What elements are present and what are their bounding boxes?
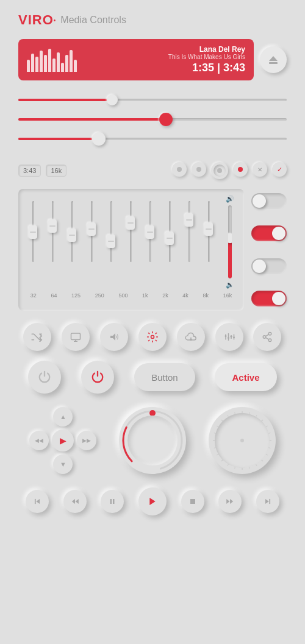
cast-button[interactable] xyxy=(62,323,90,351)
fader-knob[interactable] xyxy=(87,222,96,236)
tuner-knob[interactable] xyxy=(209,407,276,474)
slider-3-thumb[interactable] xyxy=(92,132,106,146)
eq-bar xyxy=(48,49,51,72)
slider-3-row xyxy=(18,133,287,145)
settings-button[interactable] xyxy=(138,323,167,351)
svg-marker-47 xyxy=(36,499,40,504)
slider-2-track[interactable] xyxy=(18,118,287,121)
fader-knob[interactable] xyxy=(29,225,37,239)
faders-container xyxy=(23,195,218,268)
active-button[interactable]: Active xyxy=(215,363,276,391)
svg-point-11 xyxy=(228,337,229,339)
toggles-column xyxy=(251,189,287,311)
fader-track[interactable] xyxy=(149,201,151,262)
toggle-4-thumb xyxy=(272,292,285,305)
fader-track[interactable] xyxy=(130,201,132,262)
fader-knob[interactable] xyxy=(146,225,154,239)
dpad-right-button[interactable]: ▶▶ xyxy=(77,431,96,450)
skip-forward-button[interactable] xyxy=(256,490,279,513)
cast-icon xyxy=(70,332,81,342)
pause-button[interactable] xyxy=(101,490,124,513)
dpad-play-icon: ▶ xyxy=(60,436,66,445)
eq-label-8k: 8k xyxy=(203,292,209,299)
share-button[interactable] xyxy=(253,323,281,351)
rewind-button[interactable] xyxy=(63,490,87,513)
dpad-left-button[interactable]: ◀◀ xyxy=(29,431,49,450)
fader-track[interactable] xyxy=(208,201,210,262)
fader-knob[interactable] xyxy=(107,235,115,248)
slider-3-track[interactable] xyxy=(18,138,287,140)
fader-track[interactable] xyxy=(110,201,112,262)
tuner-knob-inner xyxy=(215,413,270,468)
slider-2-fill xyxy=(18,118,166,121)
skip-back-button[interactable] xyxy=(26,490,49,513)
fader-track[interactable] xyxy=(52,201,54,262)
dpad-up-button[interactable]: ▲ xyxy=(53,407,73,426)
power-off-button[interactable] xyxy=(28,361,61,394)
play-button[interactable] xyxy=(138,487,167,515)
radio-check[interactable] xyxy=(272,162,287,177)
eq-label-125: 125 xyxy=(71,292,81,299)
fader-track[interactable] xyxy=(32,201,34,262)
brand-subtitle: Media Controls xyxy=(60,15,126,26)
fader-knob[interactable] xyxy=(126,216,135,230)
eq-faders-panel: 🔊 🔈 32 64 125 250 500 1k 2k 4k 8k 16k xyxy=(18,189,244,311)
fader-track[interactable] xyxy=(91,201,93,262)
eq-label-4k: 4k xyxy=(182,292,188,299)
shuffle-button[interactable] xyxy=(23,323,51,351)
radio-x[interactable] xyxy=(253,162,267,177)
fader-track[interactable] xyxy=(169,201,171,262)
cloud-button[interactable] xyxy=(177,323,205,351)
svg-rect-51 xyxy=(110,499,112,504)
fader-knob[interactable] xyxy=(165,232,174,245)
knobs-section: ▲ ◀◀ ▶ ▶▶ ▼ xyxy=(18,407,287,474)
power-off-icon xyxy=(38,370,51,384)
fast-forward-button[interactable] xyxy=(218,490,242,513)
fader-knob[interactable] xyxy=(48,219,57,233)
toggle-1[interactable] xyxy=(251,193,287,209)
time-tag[interactable]: 3:43 xyxy=(18,165,41,177)
fader-col-4 xyxy=(110,195,112,268)
volume-button[interactable] xyxy=(100,323,128,351)
fader-knob[interactable] xyxy=(204,222,213,236)
radio-active[interactable] xyxy=(233,162,248,177)
eq-bar xyxy=(65,55,68,72)
playback-controls xyxy=(18,487,287,515)
slider-2-thumb[interactable] xyxy=(159,113,173,126)
vol-knob[interactable] xyxy=(228,233,232,243)
power-on-button[interactable] xyxy=(81,361,114,394)
eject-button[interactable] xyxy=(260,46,287,73)
radio-off[interactable] xyxy=(172,162,187,177)
bitrate-tag[interactable]: 16k xyxy=(46,165,66,177)
radio-mid[interactable] xyxy=(192,162,206,177)
dial-knob-wrapper xyxy=(119,407,186,474)
dpad-play-button[interactable]: ▶ xyxy=(52,430,74,451)
slider-1-track[interactable] xyxy=(18,99,287,101)
eq-bar xyxy=(40,51,43,72)
brand-dot: • xyxy=(54,17,56,24)
slider-1-thumb[interactable] xyxy=(107,94,118,105)
toggle-4[interactable] xyxy=(251,291,287,306)
fader-col-9 xyxy=(208,195,210,268)
fader-col-2 xyxy=(71,195,73,268)
slider-3-fill xyxy=(18,138,99,140)
stop-button[interactable] xyxy=(181,490,204,513)
svg-marker-56 xyxy=(230,499,233,504)
vol-speaker-top: 🔊 xyxy=(226,195,234,203)
dpad-down-button[interactable]: ▼ xyxy=(53,455,73,474)
fader-col-3 xyxy=(91,195,93,268)
fader-knob[interactable] xyxy=(68,228,76,242)
fader-track[interactable] xyxy=(188,201,190,262)
vol-track[interactable] xyxy=(228,205,232,278)
eq-bar xyxy=(57,52,60,72)
toggle-3[interactable] xyxy=(251,258,287,274)
equalizer-button[interactable] xyxy=(215,323,243,351)
radio-outer[interactable] xyxy=(211,162,228,179)
fader-knob[interactable] xyxy=(185,213,193,227)
toggle-2[interactable] xyxy=(251,225,287,241)
eq-label-250: 250 xyxy=(95,292,104,299)
dial-knob[interactable] xyxy=(119,407,186,474)
svg-rect-52 xyxy=(113,499,115,504)
plain-button[interactable]: Button xyxy=(134,363,195,391)
fader-track[interactable] xyxy=(71,201,73,262)
